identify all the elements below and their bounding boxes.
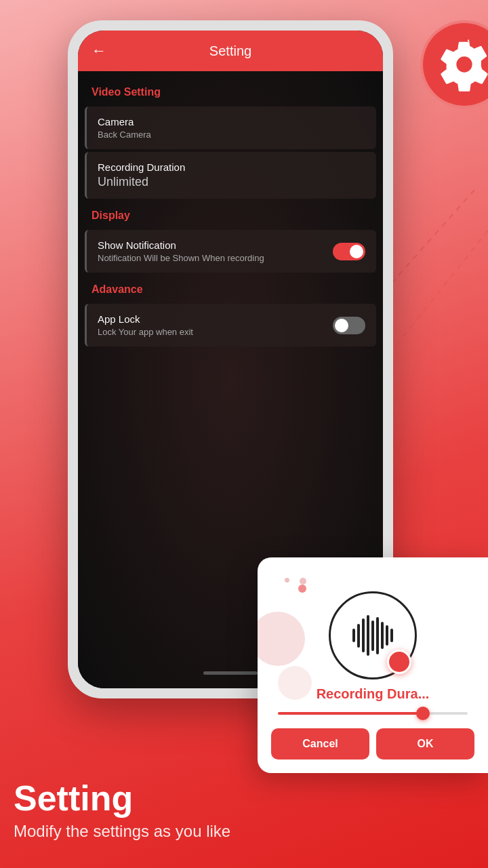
slider-track bbox=[278, 712, 468, 715]
duration-subtitle: Unlimited bbox=[98, 175, 365, 189]
section-label-advance: Adavance bbox=[78, 275, 383, 301]
app-header: ← Setting bbox=[78, 31, 383, 71]
section-video-setting: Video Setting Camera Back Camera Recordi… bbox=[78, 78, 383, 199]
applock-toggle-thumb bbox=[335, 319, 348, 332]
section-advance: Adavance App Lock Lock Your app when exi… bbox=[78, 275, 383, 347]
waveform-bar bbox=[357, 624, 360, 648]
bottom-subtitle: Modify the settings as you like bbox=[14, 822, 230, 841]
applock-subtitle: Lock Your app when exit bbox=[98, 327, 333, 337]
duration-text: Recording Duration Unlimited bbox=[98, 161, 365, 189]
setting-item-app-lock[interactable]: App Lock Lock Your app when exit bbox=[85, 304, 376, 347]
waveform-bar bbox=[390, 629, 393, 642]
notification-toggle[interactable] bbox=[333, 243, 365, 260]
slider-thumb[interactable] bbox=[416, 707, 430, 720]
recording-duration-dialog: Recording Dura... Cancel OK bbox=[258, 557, 488, 773]
waveform-bar bbox=[352, 629, 355, 642]
applock-title: App Lock bbox=[98, 313, 333, 325]
camera-subtitle: Back Camera bbox=[98, 130, 365, 140]
dot-1 bbox=[285, 578, 289, 583]
dialog-cancel-button[interactable]: Cancel bbox=[271, 728, 369, 760]
camera-title: Camera bbox=[98, 116, 365, 127]
bottom-title: Setting bbox=[14, 779, 230, 818]
waveform-circle bbox=[329, 591, 417, 679]
section-display: Display Show Notification Notification W… bbox=[78, 201, 383, 273]
setting-item-camera[interactable]: Camera Back Camera bbox=[85, 106, 376, 149]
waveform-bar bbox=[386, 625, 388, 646]
slider-fill bbox=[278, 712, 420, 715]
waveform-bars bbox=[352, 615, 393, 656]
bottom-text-area: Setting Modify the settings as you like bbox=[14, 779, 230, 841]
camera-text: Camera Back Camera bbox=[98, 116, 365, 140]
dialog-ok-button[interactable]: OK bbox=[376, 728, 474, 760]
notification-title: Show Notification bbox=[98, 239, 333, 251]
notification-text: Show Notification Notification Will be S… bbox=[98, 239, 333, 263]
section-label-video: Video Setting bbox=[78, 78, 383, 104]
setting-item-recording-duration[interactable]: Recording Duration Unlimited bbox=[85, 152, 376, 199]
section-label-display: Display bbox=[78, 201, 383, 227]
setting-item-show-notification[interactable]: Show Notification Notification Will be S… bbox=[85, 230, 376, 273]
app-title: Setting bbox=[117, 43, 344, 59]
dot-2 bbox=[300, 578, 306, 585]
waveform-bar bbox=[362, 618, 365, 652]
toggle-thumb bbox=[350, 245, 363, 258]
record-button-dot bbox=[387, 650, 411, 674]
applock-text: App Lock Lock Your app when exit bbox=[98, 313, 333, 337]
applock-toggle[interactable] bbox=[333, 317, 365, 334]
dialog-buttons: Cancel OK bbox=[271, 728, 474, 760]
duration-title: Recording Duration bbox=[98, 161, 365, 173]
dialog-slider-area[interactable] bbox=[271, 712, 474, 715]
phone-home-indicator bbox=[203, 671, 258, 675]
waveform-bar bbox=[376, 617, 379, 654]
waveform-bar bbox=[367, 615, 369, 656]
gear-icon bbox=[437, 37, 488, 92]
dialog-decorative-dots bbox=[271, 578, 474, 585]
waveform-bar bbox=[371, 620, 374, 651]
back-button[interactable]: ← bbox=[92, 42, 106, 60]
notification-subtitle: Notification Will be Shown When recordin… bbox=[98, 253, 333, 263]
waveform-bar bbox=[381, 622, 384, 649]
dialog-icon-area bbox=[271, 591, 474, 679]
